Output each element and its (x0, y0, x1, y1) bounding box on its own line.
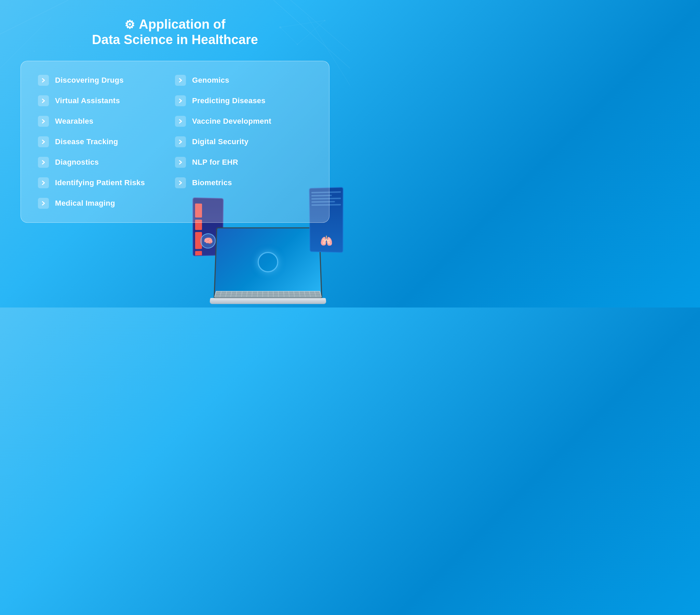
laptop-keyboard (214, 291, 322, 298)
chevron-icon (38, 75, 49, 86)
item-label-predicting-diseases: Predicting Diseases (192, 96, 265, 105)
list-item-wearables: Wearables (38, 116, 175, 127)
item-label-virtual-assistants: Virtual Assistants (55, 96, 120, 105)
chevron-icon (38, 116, 49, 127)
item-label-biometrics: Biometrics (192, 178, 232, 187)
list-item-biometrics: Biometrics (175, 177, 312, 188)
chevron-icon (175, 75, 186, 86)
item-label-vaccine-development: Vaccine Development (192, 117, 271, 126)
item-label-disease-tracking: Disease Tracking (55, 137, 118, 146)
list-item-vaccine-development: Vaccine Development (175, 116, 312, 127)
item-label-nlp-for-ehr: NLP for EHR (192, 158, 238, 167)
right-column: Genomics Predicting Diseases Vaccine Dev… (175, 75, 312, 209)
list-item-disease-tracking: Disease Tracking (38, 136, 175, 147)
list-item-discovering-drugs: Discovering Drugs (38, 75, 175, 86)
list-item-diagnostics: Diagnostics (38, 157, 175, 168)
list-item-medical-imaging: Medical Imaging (38, 198, 175, 209)
item-label-identifying-patient-risks: Identifying Patient Risks (55, 178, 145, 187)
chevron-icon (175, 157, 186, 168)
settings-icon: ⚙ (124, 18, 135, 32)
item-label-wearables: Wearables (55, 117, 93, 126)
item-label-diagnostics: Diagnostics (55, 158, 99, 167)
chevron-icon (175, 116, 186, 127)
left-column: Discovering Drugs Virtual Assistants Wea… (38, 75, 175, 209)
list-item-genomics: Genomics (175, 75, 312, 86)
chevron-icon (38, 95, 49, 106)
chevron-icon (38, 198, 49, 209)
chevron-icon (38, 136, 49, 147)
title-line2: Data Science in Healthcare (21, 33, 329, 47)
brain-icon: 🧠 (200, 233, 216, 249)
item-label-genomics: Genomics (192, 76, 229, 85)
chevron-icon (175, 177, 186, 188)
list-item-digital-security: Digital Security (175, 136, 312, 147)
chevron-icon (175, 95, 186, 106)
item-label-discovering-drugs: Discovering Drugs (55, 76, 124, 85)
laptop-screen (214, 227, 322, 298)
chevron-icon (38, 177, 49, 188)
main-card: Discovering Drugs Virtual Assistants Wea… (21, 61, 329, 223)
item-label-medical-imaging: Medical Imaging (55, 199, 115, 208)
chevron-icon (38, 157, 49, 168)
lung-icon: 🫁 (320, 235, 333, 247)
list-item-virtual-assistants: Virtual Assistants (38, 95, 175, 106)
chevron-icon (175, 136, 186, 147)
list-item-predicting-diseases: Predicting Diseases (175, 95, 312, 106)
title-line1: Application of (139, 17, 225, 32)
list-item-identifying-patient-risks: Identifying Patient Risks (38, 177, 175, 188)
item-label-digital-security: Digital Security (192, 137, 249, 146)
laptop-base (210, 298, 326, 304)
list-item-nlp-for-ehr: NLP for EHR (175, 157, 312, 168)
page-header: ⚙ Application of Data Science in Healthc… (21, 17, 329, 47)
